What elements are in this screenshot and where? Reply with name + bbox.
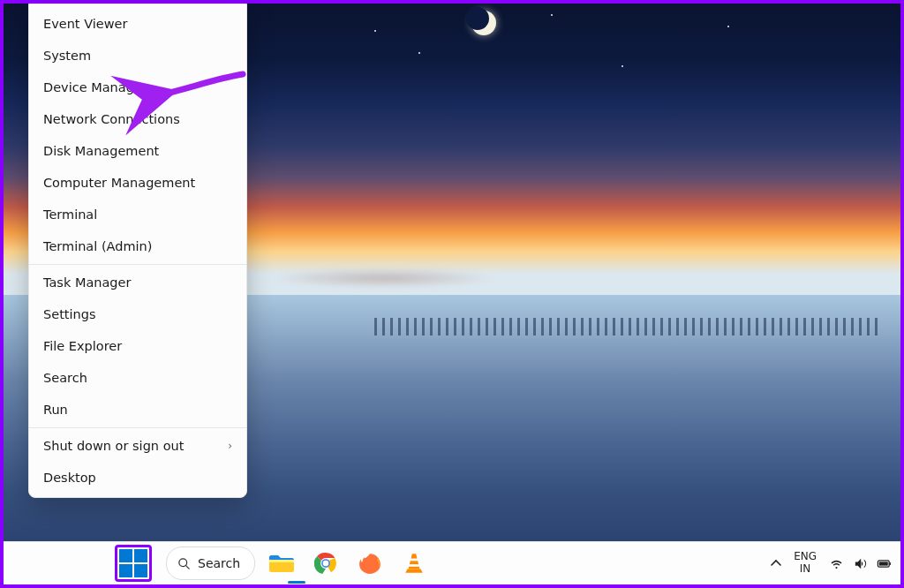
- menu-item-label: Task Manager: [43, 275, 131, 290]
- search-label: Search: [198, 556, 240, 570]
- taskbar-active-indicator: [288, 581, 305, 584]
- wallpaper-cloud: [268, 268, 498, 288]
- menu-item-label: Disk Management: [43, 144, 159, 158]
- wallpaper-trees: [374, 318, 883, 335]
- taskbar-file-explorer[interactable]: [264, 546, 299, 581]
- volume-icon[interactable]: [853, 556, 868, 571]
- taskbar: Search: [4, 541, 900, 584]
- vlc-icon: [403, 552, 426, 575]
- menu-item-label: File Explorer: [43, 339, 122, 353]
- language-indicator[interactable]: ENG IN: [794, 551, 817, 576]
- battery-icon[interactable]: [877, 556, 892, 571]
- search-icon: [177, 557, 191, 570]
- menu-item-network-connections[interactable]: Network Connections: [29, 103, 246, 135]
- menu-item-terminal-admin-[interactable]: Terminal (Admin): [29, 230, 246, 262]
- folder-icon: [268, 553, 295, 574]
- chrome-icon: [314, 552, 337, 575]
- menu-item-task-manager[interactable]: Task Manager: [29, 267, 246, 298]
- menu-item-label: Desktop: [43, 471, 96, 485]
- menu-item-label: System: [43, 49, 91, 63]
- menu-item-shut-down-or-sign-out[interactable]: Shut down or sign out›: [29, 430, 246, 462]
- menu-item-search[interactable]: Search: [29, 362, 246, 394]
- svg-rect-8: [409, 564, 419, 567]
- menu-separator: [29, 264, 246, 265]
- start-button[interactable]: [118, 548, 148, 578]
- svg-rect-7: [411, 559, 418, 562]
- svg-rect-10: [879, 562, 888, 565]
- taskbar-chrome[interactable]: [308, 546, 343, 581]
- taskbar-vlc[interactable]: [396, 546, 432, 581]
- wifi-icon[interactable]: [829, 556, 844, 571]
- menu-item-system[interactable]: System: [29, 40, 246, 72]
- menu-item-label: Settings: [43, 307, 95, 321]
- menu-item-label: Shut down or sign out: [43, 439, 184, 453]
- chevron-right-icon: ›: [228, 440, 232, 452]
- menu-item-label: Computer Management: [43, 176, 195, 190]
- menu-item-file-explorer[interactable]: File Explorer: [29, 330, 246, 362]
- start-button-highlight: [115, 545, 152, 582]
- menu-item-event-viewer[interactable]: Event Viewer: [29, 8, 246, 40]
- wallpaper-moon: [471, 11, 496, 35]
- windows-logo-icon: [119, 549, 147, 577]
- menu-item-disk-management[interactable]: Disk Management: [29, 135, 246, 167]
- winx-power-menu[interactable]: Event ViewerSystemDevice ManagerNetwork …: [28, 4, 247, 498]
- svg-rect-11: [890, 562, 891, 565]
- svg-rect-2: [269, 560, 294, 562]
- menu-item-device-manager[interactable]: Device Manager: [29, 72, 246, 103]
- menu-item-label: Network Connections: [43, 112, 180, 126]
- menu-item-settings[interactable]: Settings: [29, 298, 246, 330]
- svg-point-5: [323, 561, 329, 567]
- menu-item-label: Terminal: [43, 207, 97, 222]
- language-bottom: IN: [794, 563, 817, 576]
- svg-line-1: [185, 565, 189, 569]
- language-top: ENG: [794, 551, 817, 563]
- menu-item-run[interactable]: Run: [29, 394, 246, 426]
- menu-item-label: Run: [43, 403, 68, 417]
- menu-item-label: Search: [43, 371, 87, 385]
- taskbar-search-button[interactable]: Search: [166, 547, 255, 580]
- screenshot-frame: Event ViewerSystemDevice ManagerNetwork …: [0, 0, 904, 588]
- menu-item-label: Terminal (Admin): [43, 239, 152, 253]
- taskbar-firefox[interactable]: [352, 546, 388, 581]
- firefox-icon: [358, 552, 381, 575]
- menu-separator: [29, 427, 246, 428]
- menu-item-label: Event Viewer: [43, 17, 127, 31]
- menu-item-terminal[interactable]: Terminal: [29, 199, 246, 230]
- menu-item-label: Device Manager: [43, 80, 147, 94]
- tray-overflow-button[interactable]: [771, 558, 781, 569]
- menu-item-computer-management[interactable]: Computer Management: [29, 167, 246, 199]
- menu-item-desktop[interactable]: Desktop: [29, 462, 246, 494]
